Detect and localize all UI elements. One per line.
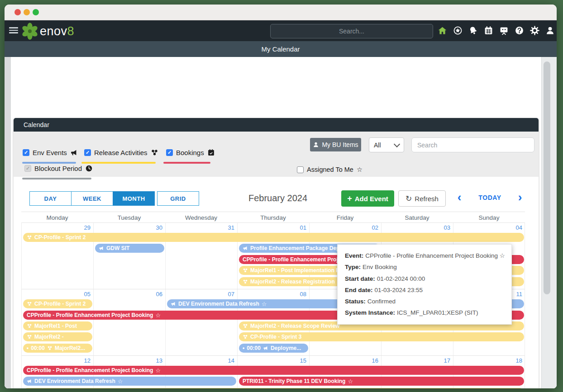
event-bar[interactable]: CPProfile - Profile Enhancement Project … bbox=[23, 366, 524, 375]
calendar-month-title: February 2024 bbox=[210, 193, 346, 203]
date-cell: 08 bbox=[238, 291, 306, 298]
cluster-icon bbox=[27, 235, 32, 240]
megaphone-icon bbox=[171, 301, 176, 307]
megaphone-icon bbox=[27, 378, 32, 384]
bookings-underline bbox=[163, 162, 210, 164]
close-window-button[interactable] bbox=[14, 9, 21, 15]
event-title: CP-Profile - Sprint 2 bbox=[34, 234, 86, 241]
cluster-icon bbox=[151, 149, 158, 156]
event-bar[interactable]: CP-Profile - Sprint 3 bbox=[23, 388, 524, 388]
day-header: Tuesday bbox=[93, 212, 165, 223]
event-bar[interactable]: GDW SIT bbox=[95, 244, 164, 253]
blockout-period-checkbox[interactable]: ✓ bbox=[24, 165, 31, 172]
home-icon[interactable] bbox=[438, 26, 447, 35]
star-icon: ☆ bbox=[118, 378, 123, 385]
scope-selected-value: All bbox=[374, 142, 381, 149]
event-title: CPProfile - Profile Enhancement Project … bbox=[27, 367, 153, 373]
event-bar[interactable]: CP-Profile - Sprint 3 bbox=[239, 332, 524, 341]
scrollbar-thumb[interactable] bbox=[544, 61, 550, 294]
refresh-button[interactable]: ↻ Refresh bbox=[398, 190, 446, 207]
date-cell: 17 bbox=[382, 357, 450, 364]
filter-env-events[interactable]: ✓ Env Events bbox=[23, 149, 78, 156]
event-bar[interactable]: MajorRel1 - Post bbox=[23, 321, 92, 331]
date-cell: 29 bbox=[22, 224, 91, 231]
filter-blockout-period[interactable]: ✓ Blockout Period bbox=[24, 165, 93, 172]
date-cell: 02 bbox=[310, 224, 378, 231]
add-event-label: Add Event bbox=[355, 195, 388, 203]
event-bar[interactable]: CP-Profile - Sprint 2 bbox=[23, 299, 92, 308]
user-profile-icon[interactable] bbox=[545, 26, 555, 35]
next-month-chevron[interactable]: › bbox=[514, 189, 526, 206]
filter-bookings[interactable]: ✓ Bookings bbox=[166, 149, 215, 156]
event-tooltip: Event:CPProfile - Profile Enhancement Pr… bbox=[337, 244, 512, 325]
filter-label: Release Activities bbox=[94, 149, 148, 156]
event-title: CP-Profile - Sprint 2 bbox=[34, 301, 86, 307]
event-bar[interactable]: MajorRel2 - bbox=[23, 332, 92, 341]
assigned-to-me-checkbox[interactable] bbox=[297, 166, 304, 173]
release-activities-underline bbox=[81, 162, 156, 164]
window-titlebar bbox=[5, 5, 557, 20]
env-events-checkbox[interactable]: ✓ bbox=[23, 149, 29, 156]
bullet-dot: • bbox=[27, 345, 29, 351]
help-icon[interactable] bbox=[515, 26, 524, 35]
star-icon: ☆ bbox=[155, 312, 161, 319]
bookings-checkbox[interactable]: ✓ bbox=[166, 149, 173, 156]
cluster-icon bbox=[243, 323, 248, 329]
panel-header: Calendar bbox=[14, 118, 539, 132]
chevron-down-icon bbox=[394, 141, 400, 147]
event-bar[interactable]: PTRI011 - Trinity Phase 11 DEV Booking ☆ bbox=[239, 377, 524, 386]
add-event-button[interactable]: + Add Event bbox=[341, 190, 394, 207]
event-bar[interactable]: • 00:00 MajorRel2... bbox=[23, 344, 92, 353]
tooltip-row: Start date:01-02-2024 00:00 bbox=[345, 273, 504, 284]
settings-gear-icon[interactable] bbox=[530, 26, 539, 35]
cluster-icon bbox=[27, 334, 32, 340]
cluster-icon bbox=[27, 301, 32, 307]
scrollbar-track[interactable] bbox=[541, 57, 557, 388]
event-title: MajorRel2... bbox=[55, 345, 85, 351]
star-icon: ☆ bbox=[357, 166, 363, 173]
date-cell: 05 bbox=[22, 291, 91, 298]
view-month-button[interactable]: MONTH bbox=[113, 191, 155, 206]
view-grid-button[interactable]: GRID bbox=[157, 191, 199, 206]
zoom-window-button[interactable] bbox=[33, 9, 39, 15]
filter-section: ✓ Env Events ✓ Release Activities ✓ Book… bbox=[14, 132, 539, 177]
release-activities-checkbox[interactable]: ✓ bbox=[84, 149, 91, 156]
event-title: MajorRel2 - Release Registration bbox=[250, 279, 335, 285]
notifications-bell-icon[interactable] bbox=[468, 26, 478, 35]
person-icon bbox=[313, 142, 319, 148]
date-cell: 06 bbox=[94, 291, 162, 298]
content-area: Calendar ✓ Env Events ✓ Release Activiti… bbox=[5, 57, 557, 388]
my-bu-items-button[interactable]: My BU Items bbox=[310, 138, 361, 151]
filter-assigned-to-me[interactable]: Assigned To Me ☆ bbox=[297, 166, 363, 173]
tooltip-row: System Instance:ICS_MF_LPAR01;XESP (SIT) bbox=[345, 307, 504, 318]
minimize-window-button[interactable] bbox=[24, 9, 30, 15]
week-row-3: 12 13 14 15 16 17 18 CPProfile - Profile… bbox=[21, 355, 525, 388]
star-circle-icon[interactable] bbox=[453, 26, 463, 35]
hamburger-menu-icon[interactable] bbox=[9, 27, 18, 34]
cluster-icon bbox=[243, 279, 248, 284]
filter-label: Bookings bbox=[176, 149, 204, 156]
board-icon[interactable] bbox=[499, 26, 509, 35]
event-bar[interactable]: • 00:00 Deployme... bbox=[239, 344, 308, 353]
star-icon: ☆ bbox=[155, 367, 161, 374]
calendar-icon[interactable] bbox=[484, 26, 493, 35]
previous-month-chevron[interactable]: ‹ bbox=[453, 189, 465, 206]
megaphone-icon bbox=[243, 246, 248, 251]
date-cell: 15 bbox=[238, 357, 306, 364]
date-cell: 30 bbox=[94, 224, 162, 231]
global-search-input[interactable] bbox=[270, 24, 433, 38]
event-bar[interactable]: DEV Environment Data Refresh ☆ bbox=[23, 377, 236, 386]
view-week-button[interactable]: WEEK bbox=[71, 191, 113, 206]
scope-select[interactable]: All bbox=[369, 137, 404, 152]
calendar-search-input[interactable] bbox=[411, 137, 534, 152]
date-cell: 18 bbox=[453, 357, 522, 364]
today-button[interactable]: TODAY bbox=[468, 190, 511, 205]
plus-icon: + bbox=[347, 194, 352, 203]
navbar-icons bbox=[438, 26, 555, 35]
date-cell: 31 bbox=[166, 224, 234, 231]
view-day-button[interactable]: DAY bbox=[29, 191, 72, 206]
env-events-underline bbox=[22, 162, 76, 164]
filter-release-activities[interactable]: ✓ Release Activities bbox=[84, 149, 158, 156]
megaphone-icon bbox=[70, 149, 78, 156]
event-bar[interactable]: CP-Profile - Sprint 2 bbox=[23, 233, 524, 242]
